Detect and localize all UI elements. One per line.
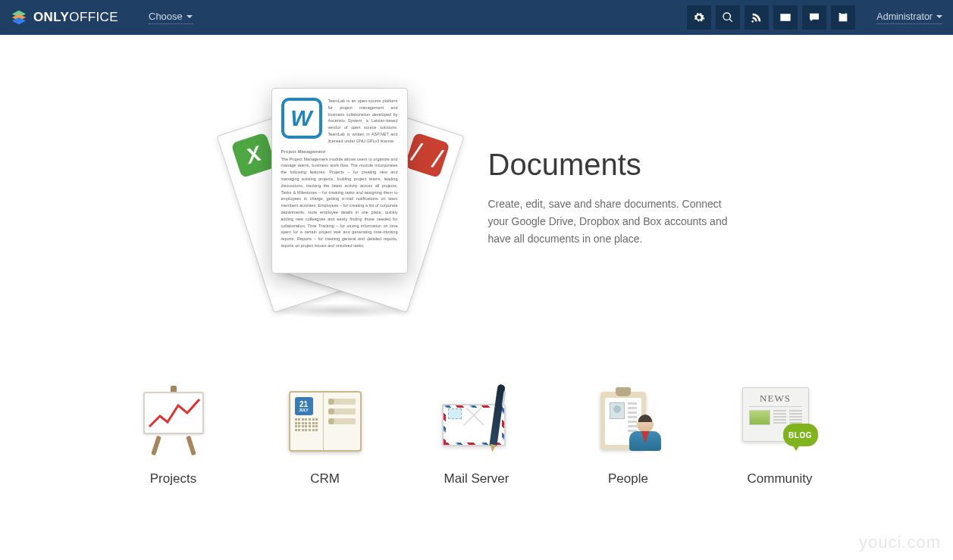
search-icon	[722, 11, 734, 23]
choose-dropdown[interactable]: Choose	[149, 11, 193, 24]
newspaper-title: NEWS	[749, 393, 802, 407]
search-button[interactable]	[716, 5, 740, 30]
calendar-icon	[837, 11, 849, 23]
calendar-button[interactable]	[831, 5, 855, 30]
module-mail[interactable]: Mail Server	[424, 383, 530, 486]
mail-icon	[779, 11, 792, 23]
modules-row: Projects 21JULY CRM Ma	[0, 346, 953, 555]
doc-preview-heading: Project Management	[281, 149, 398, 154]
header-right: Administrator	[687, 5, 942, 30]
hero-section: X W TeamLab is an open-source platform f…	[0, 35, 953, 346]
excel-icon: X	[230, 133, 276, 178]
chevron-down-icon	[187, 15, 193, 18]
chat-button[interactable]	[802, 5, 826, 30]
hero-title: Documents	[488, 148, 731, 182]
mail-button[interactable]	[773, 5, 798, 30]
logo-text: ONLYOFFICE	[33, 10, 118, 25]
top-header: ONLYOFFICE Choose Administrator	[0, 0, 953, 35]
watermark: youci.com	[859, 533, 941, 552]
doc-preview-body: The Project Management module allows use…	[281, 156, 398, 249]
logo[interactable]: ONLYOFFICE	[11, 9, 118, 26]
module-label: People	[575, 471, 682, 486]
chat-icon	[808, 11, 820, 23]
logo-mark-icon	[11, 9, 27, 26]
people-icon	[587, 383, 670, 459]
module-label: CRM	[272, 471, 378, 486]
documents-illustration: X W TeamLab is an open-source platform f…	[223, 80, 458, 315]
projects-icon	[132, 383, 215, 459]
choose-label: Choose	[149, 11, 183, 22]
pdf-icon	[404, 133, 450, 178]
hero-text: Documents Create, edit, save and share d…	[488, 148, 731, 248]
calendar-month: JULY	[299, 408, 308, 412]
settings-button[interactable]	[687, 5, 711, 30]
module-label: Mail Server	[424, 471, 530, 486]
module-people[interactable]: People	[575, 383, 682, 486]
hero-description: Create, edit, save and share documents. …	[488, 196, 731, 248]
word-icon: W	[281, 98, 322, 139]
feed-icon	[751, 11, 763, 23]
shadow	[265, 303, 416, 318]
calendar-day: 21	[299, 401, 308, 408]
module-label: Projects	[121, 471, 227, 486]
module-projects[interactable]: Projects	[121, 383, 227, 486]
module-crm[interactable]: 21JULY CRM	[272, 383, 378, 486]
gear-icon	[693, 11, 705, 23]
crm-icon: 21JULY	[284, 383, 367, 459]
feed-button[interactable]	[745, 5, 769, 30]
chevron-down-icon	[936, 15, 942, 18]
mail-server-icon	[435, 383, 519, 459]
module-community[interactable]: NEWS BLOG Community	[727, 383, 833, 486]
word-sheet: W TeamLab is an open-source platform for…	[271, 88, 408, 274]
user-menu[interactable]: Administrator	[876, 11, 942, 24]
community-icon: NEWS BLOG	[738, 383, 822, 459]
blog-badge: BLOG	[783, 424, 818, 446]
user-name: Administrator	[876, 11, 933, 22]
module-label: Community	[727, 471, 833, 486]
